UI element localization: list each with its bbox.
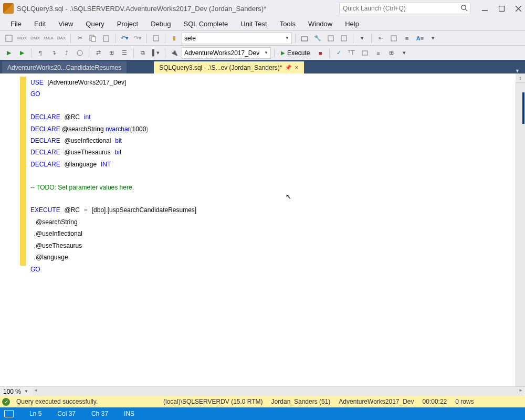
tool-icon-k[interactable] [359,47,371,59]
tool-icon-i[interactable]: ▌▾ [150,47,162,59]
svg-rect-14 [391,36,396,41]
toolbar-combo[interactable]: sele▼ [182,33,292,44]
menu-help[interactable]: Help [339,18,365,30]
tool-dd-icon[interactable]: ▾ [427,33,439,44]
connect-icon[interactable]: 🔌 [169,47,180,59]
tool-icon-l[interactable]: ≡ [372,47,384,59]
tool-icon-a[interactable]: ¶ [35,47,46,59]
stop-icon[interactable]: ■ [314,47,326,59]
tool-icon-c[interactable]: ⤴ [61,47,72,59]
status-user: Jordan_Sanders (51) [267,398,335,405]
title-bar: SQLQuery3.sql - .\SQLSERVERDV.AdventureW… [0,0,525,17]
tool-icon[interactable] [3,33,15,44]
toolbar-row-1: MDX DMX XMLA DAX ✂ ↶▾ ↷▾ ▮ sele▼ 🔧 ▾ ⇤ ≡… [0,30,525,45]
insert-mode: INS [124,410,134,417]
execute-label: Execute [287,49,310,57]
dmx-icon[interactable]: DMX [29,33,41,44]
tool-icon-d[interactable] [74,47,86,59]
tool-icon-9[interactable]: A≡ [414,33,426,44]
status-elapsed: 00:00:22 [418,398,452,405]
editor-tab-bar: AdventureWorks20...CandidateResumes SQLQ… [0,60,525,74]
tool-icon-4[interactable] [325,33,337,44]
undo-icon[interactable]: ↶▾ [119,33,130,44]
check-icon[interactable]: ✓ [333,47,344,59]
menu-window[interactable]: Window [302,18,339,30]
cut-icon[interactable]: ✂ [74,33,86,44]
svg-rect-12 [328,36,333,41]
database-combo[interactable]: AdventureWorks2017_Dev▼ [182,47,271,59]
menu-sqlcomplete[interactable]: SQL Complete [177,18,235,30]
svg-rect-13 [341,36,346,41]
tool-icon-6[interactable]: ▾ [356,33,368,44]
mdx-icon[interactable]: MDX [16,33,28,44]
execute-button[interactable]: ▶Execute [278,47,313,59]
tool-dd2-icon[interactable]: ▾ [398,47,410,59]
continue-icon[interactable]: ▶ [16,47,28,59]
xmla-icon[interactable]: XMLA [43,33,54,44]
menu-debug[interactable]: Debug [144,18,177,30]
play-icon[interactable]: ▶ [3,47,15,59]
close-button[interactable] [514,5,522,12]
tool-icon-j[interactable]: ᵀ⊤ [346,47,358,59]
code-editor[interactable]: USE [AdventureWorks2017_Dev] GO DECLARE … [0,74,525,407]
cursor-line: Ln 5 [29,410,41,417]
tool-icon-3[interactable] [299,33,310,44]
folder-icon[interactable]: ▮ [169,33,180,44]
chevron-down-icon[interactable]: ▼ [24,389,32,394]
chevron-down-icon: ▼ [264,50,268,55]
svg-rect-8 [91,37,96,41]
horizontal-scrollbar[interactable] [33,387,524,396]
code-content[interactable]: USE [AdventureWorks2017_Dev] GO DECLARE … [24,74,516,386]
maximize-button[interactable] [498,5,505,12]
editor-footer: 100 % ▼ [0,386,525,396]
wrench-icon[interactable]: 🔧 [312,33,323,44]
tool-icon-b[interactable]: ↴ [48,47,59,59]
menu-query[interactable]: Query [79,18,110,30]
tab-sqlquery3[interactable]: SQLQuery3.sql - .\S...ev (Jordan_Sanders… [154,61,304,74]
cursor-ch: Ch 37 [91,410,108,417]
close-tab-icon[interactable]: × [295,64,299,71]
menu-view[interactable]: View [52,18,79,30]
toolbar-combo-value: sele [184,35,196,42]
tool-icon-h[interactable]: ⧉ [137,47,149,59]
menu-unittest[interactable]: Unit Test [234,18,273,30]
tab-overflow-icon[interactable]: ▼ [512,68,523,74]
copy-icon[interactable] [87,33,99,44]
svg-line-1 [465,9,467,11]
menu-tools[interactable]: Tools [274,18,302,30]
status-database: AdventureWorks2017_Dev [334,398,418,405]
zoom-level[interactable]: 100 % [0,388,24,395]
menu-edit[interactable]: Edit [28,18,52,30]
tool-icon-e[interactable]: ⇄ [92,47,104,59]
tool-icon-7[interactable] [388,33,400,44]
dax-icon[interactable]: DAX [56,33,67,44]
svg-point-15 [77,50,82,56]
tool-icon-2[interactable] [150,33,162,44]
svg-rect-3 [499,6,504,11]
search-icon[interactable] [460,4,468,12]
vertical-scrollbar[interactable]: ↕ [516,74,525,386]
window-icon [4,410,14,417]
tab-candidate-resumes[interactable]: AdventureWorks20...CandidateResumes [2,61,127,74]
tool-icon-5[interactable] [338,33,350,44]
svg-rect-16 [362,51,368,55]
split-icon[interactable]: ↕ [516,74,525,83]
tool-icon-f[interactable]: ⊞ [106,47,117,59]
tool-icon-g[interactable]: ☰ [119,47,130,59]
tool-icon-8[interactable]: ≡ [401,33,413,44]
outdent-icon[interactable]: ⇤ [375,33,386,44]
toolbar-row-2: ▶ ▶ ¶ ↴ ⤴ ⇄ ⊞ ☰ ⧉ ▌▾ 🔌 AdventureWorks201… [0,45,525,60]
minimize-button[interactable] [481,5,488,12]
success-icon: ✓ [2,398,10,406]
svg-point-0 [461,5,466,9]
paste-icon[interactable] [100,33,112,44]
quick-launch[interactable] [339,3,470,14]
menu-file[interactable]: File [4,18,28,30]
menu-project[interactable]: Project [111,18,144,30]
pin-icon[interactable]: 📌 [285,65,291,70]
scroll-marker [522,92,524,124]
quick-launch-input[interactable] [339,3,470,14]
database-combo-value: AdventureWorks2017_Dev [184,49,259,57]
tool-icon-m[interactable]: ⊞ [385,47,397,59]
redo-icon[interactable]: ↷▾ [132,33,143,44]
